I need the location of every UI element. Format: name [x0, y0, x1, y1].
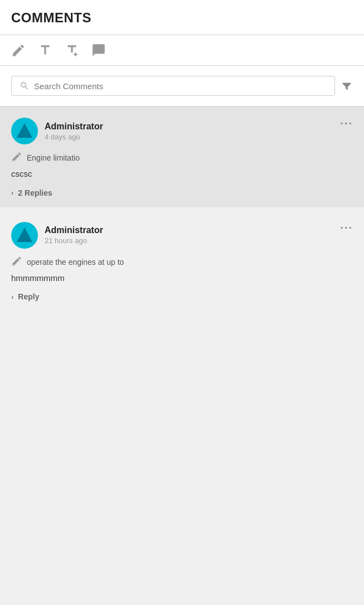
reply-label-2: Reply [18, 292, 39, 301]
search-input[interactable] [34, 81, 327, 91]
comment-icon[interactable] [91, 43, 106, 57]
replies-toggle-1[interactable]: › 2 Replies [11, 188, 353, 197]
pencil-icon[interactable] [11, 43, 26, 57]
annotation-row-1: Engine limitatio [11, 151, 353, 164]
annotation-text-1: Engine limitatio [27, 153, 80, 162]
text-add-icon[interactable] [65, 43, 79, 57]
search-container [11, 76, 335, 96]
user-name-1: Administrator [45, 122, 103, 132]
svg-rect-1 [12, 161, 16, 162]
comments-header: COMMENTS [0, 0, 364, 35]
replies-count-1: 2 Replies [18, 188, 52, 197]
comment-header-1: Administrator 4 days ago ··· [11, 118, 353, 144]
comment-header-2: Administrator 21 hours ago ··· [11, 222, 353, 249]
avatar-1 [11, 118, 38, 144]
user-info-1: Administrator 4 days ago [11, 118, 103, 144]
more-menu-2[interactable]: ··· [340, 222, 353, 233]
comment-body-1: cscsc [11, 168, 353, 181]
search-area [0, 66, 364, 107]
user-details-2: Administrator 21 hours ago [45, 225, 103, 245]
annotation-toolbar [0, 35, 364, 66]
comment-time-2: 21 hours ago [45, 236, 103, 245]
comment-time-1: 4 days ago [45, 133, 103, 141]
comment-card-1: Administrator 4 days ago ··· Engine limi… [0, 107, 364, 211]
user-info-2: Administrator 21 hours ago [11, 222, 103, 249]
comment-body-2: hmmmmmmm [11, 272, 353, 285]
pencil-small-icon-2 [11, 255, 22, 269]
chevron-icon-1: › [11, 188, 13, 197]
user-details-1: Administrator 4 days ago [45, 122, 103, 141]
svg-rect-0 [12, 55, 16, 56]
avatar-2 [11, 222, 38, 249]
annotation-text-2: operate the engines at up to [27, 258, 124, 267]
comment-card-2: Administrator 21 hours ago ··· operate t… [0, 211, 364, 315]
svg-rect-2 [12, 264, 16, 265]
reply-toggle-2[interactable]: › Reply [11, 292, 353, 301]
search-icon [20, 81, 30, 91]
pencil-small-icon-1 [11, 151, 22, 164]
user-name-2: Administrator [45, 225, 103, 235]
filter-icon[interactable] [341, 80, 353, 92]
annotation-row-2: operate the engines at up to [11, 255, 353, 269]
chevron-icon-2: › [11, 293, 13, 301]
text-icon[interactable] [38, 43, 52, 57]
more-menu-1[interactable]: ··· [340, 118, 353, 129]
page-title: COMMENTS [11, 10, 91, 25]
